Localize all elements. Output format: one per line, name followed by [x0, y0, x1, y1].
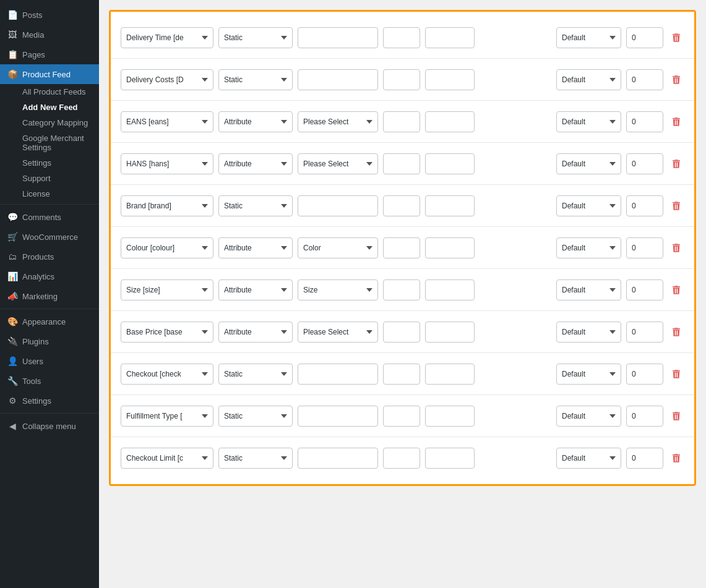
extra-input2-hans[interactable] [425, 153, 475, 174]
field-select-size[interactable]: Size [size] [121, 279, 213, 300]
number-input-delivery-costs[interactable] [626, 69, 663, 90]
field-select-delivery-costs[interactable]: Delivery Costs [D [121, 69, 213, 90]
default-select-checkout[interactable]: DefaultCustom [556, 364, 621, 385]
type-select-checkout-limit[interactable]: StaticAttributePatternFixed [218, 448, 293, 469]
sidebar-item-plugins[interactable]: 🔌 Plugins [0, 331, 99, 351]
submenu-license[interactable]: License [17, 186, 99, 202]
number-input-delivery-time[interactable] [626, 27, 663, 48]
number-input-eans[interactable] [626, 111, 663, 132]
sidebar-item-appearance[interactable]: 🎨 Appearance [0, 312, 99, 331]
delete-button-eans[interactable] [668, 114, 684, 130]
sidebar-item-collapse[interactable]: ◀ Collapse menu [0, 416, 99, 436]
extra-input1-hans[interactable] [383, 153, 420, 174]
attr-select-eans[interactable]: Please SelectColorSizeBrandSKU [298, 111, 378, 132]
static-value-input-fulfillment[interactable] [298, 406, 378, 427]
submenu-add-new-feed[interactable]: Add New Feed [17, 100, 99, 115]
field-select-delivery-time[interactable]: Delivery Time [de [121, 27, 213, 48]
sidebar-item-pages[interactable]: 📋 Pages [0, 45, 99, 64]
type-select-eans[interactable]: StaticAttributePatternFixed [218, 111, 293, 132]
delete-button-hans[interactable] [668, 156, 684, 172]
extra-input2-eans[interactable] [425, 111, 475, 132]
extra-input1-delivery-costs[interactable] [383, 69, 420, 90]
sidebar-item-woocommerce[interactable]: 🛒 WooCommerce [0, 227, 99, 247]
extra-input1-fulfillment[interactable] [383, 406, 420, 427]
extra-input1-size[interactable] [383, 279, 420, 300]
static-value-input-checkout[interactable] [298, 364, 378, 385]
default-select-colour[interactable]: DefaultCustom [556, 237, 621, 258]
default-select-delivery-time[interactable]: DefaultCustom [556, 27, 621, 48]
submenu-google-merchant[interactable]: Google Merchant Settings [17, 130, 99, 155]
number-input-size[interactable] [626, 279, 663, 300]
type-select-hans[interactable]: StaticAttributePatternFixed [218, 153, 293, 174]
sidebar-item-tools[interactable]: 🔧 Tools [0, 371, 99, 391]
delete-button-colour[interactable] [668, 240, 684, 256]
field-select-colour[interactable]: Colour [colour] [121, 237, 213, 258]
default-select-base-price[interactable]: DefaultCustom [556, 322, 621, 343]
number-input-checkout-limit[interactable] [626, 448, 663, 469]
number-input-brand[interactable] [626, 195, 663, 216]
delete-button-delivery-time[interactable] [668, 30, 684, 46]
field-select-checkout[interactable]: Checkout [check [121, 364, 213, 385]
field-select-brand[interactable]: Brand [brand] [121, 195, 213, 216]
attr-select-hans[interactable]: Please SelectColorSizeBrandSKU [298, 153, 378, 174]
sidebar-item-media[interactable]: 🖼 Media [0, 25, 99, 45]
static-value-input-brand[interactable] [298, 195, 378, 216]
extra-input2-colour[interactable] [425, 237, 475, 258]
field-select-fulfillment[interactable]: Fulfillment Type [ [121, 406, 213, 427]
extra-input2-checkout-limit[interactable] [425, 448, 475, 469]
delete-button-checkout-limit[interactable] [668, 450, 684, 466]
extra-input2-checkout[interactable] [425, 364, 475, 385]
extra-input2-delivery-time[interactable] [425, 27, 475, 48]
default-select-checkout-limit[interactable]: DefaultCustom [556, 448, 621, 469]
default-select-hans[interactable]: DefaultCustom [556, 153, 621, 174]
submenu-all-product-feeds[interactable]: All Product Feeds [17, 84, 99, 100]
delete-button-base-price[interactable] [668, 324, 684, 340]
extra-input1-eans[interactable] [383, 111, 420, 132]
type-select-brand[interactable]: StaticAttributePatternFixed [218, 195, 293, 216]
default-select-fulfillment[interactable]: DefaultCustom [556, 406, 621, 427]
field-select-base-price[interactable]: Base Price [base [121, 322, 213, 343]
extra-input2-delivery-costs[interactable] [425, 69, 475, 90]
extra-input1-checkout[interactable] [383, 364, 420, 385]
field-select-eans[interactable]: EANS [eans] [121, 111, 213, 132]
attr-select-colour[interactable]: Please SelectColorSizeBrandSKU [298, 237, 378, 258]
field-select-checkout-limit[interactable]: Checkout Limit [c [121, 448, 213, 469]
number-input-checkout[interactable] [626, 364, 663, 385]
delete-button-fulfillment[interactable] [668, 408, 684, 424]
sidebar-item-comments[interactable]: 💬 Comments [0, 207, 99, 227]
attr-select-base-price[interactable]: Please SelectColorSizeBrandSKU [298, 322, 378, 343]
type-select-checkout[interactable]: StaticAttributePatternFixed [218, 364, 293, 385]
number-input-colour[interactable] [626, 237, 663, 258]
sidebar-item-users[interactable]: 👤 Users [0, 351, 99, 371]
extra-input2-base-price[interactable] [425, 322, 475, 343]
type-select-size[interactable]: StaticAttributePatternFixed [218, 279, 293, 300]
sidebar-item-analytics[interactable]: 📊 Analytics [0, 266, 99, 286]
number-input-fulfillment[interactable] [626, 406, 663, 427]
static-value-input-delivery-costs[interactable] [298, 69, 378, 90]
extra-input2-size[interactable] [425, 279, 475, 300]
static-value-input-delivery-time[interactable] [298, 27, 378, 48]
number-input-hans[interactable] [626, 153, 663, 174]
delete-button-checkout[interactable] [668, 366, 684, 382]
extra-input1-checkout-limit[interactable] [383, 448, 420, 469]
submenu-settings[interactable]: Settings [17, 155, 99, 171]
static-value-input-checkout-limit[interactable] [298, 448, 378, 469]
extra-input2-fulfillment[interactable] [425, 406, 475, 427]
default-select-eans[interactable]: DefaultCustom [556, 111, 621, 132]
default-select-size[interactable]: DefaultCustom [556, 279, 621, 300]
type-select-base-price[interactable]: StaticAttributePatternFixed [218, 322, 293, 343]
submenu-support[interactable]: Support [17, 171, 99, 186]
default-select-delivery-costs[interactable]: DefaultCustom [556, 69, 621, 90]
sidebar-item-posts[interactable]: 📄 Posts [0, 5, 99, 25]
extra-input2-brand[interactable] [425, 195, 475, 216]
extra-input1-delivery-time[interactable] [383, 27, 420, 48]
field-select-hans[interactable]: HANS [hans] [121, 153, 213, 174]
number-input-base-price[interactable] [626, 322, 663, 343]
extra-input1-brand[interactable] [383, 195, 420, 216]
default-select-brand[interactable]: DefaultCustom [556, 195, 621, 216]
type-select-delivery-costs[interactable]: StaticAttributePatternFixed [218, 69, 293, 90]
submenu-category-mapping[interactable]: Category Mapping [17, 115, 99, 130]
extra-input1-colour[interactable] [383, 237, 420, 258]
type-select-delivery-time[interactable]: StaticAttributePatternFixed [218, 27, 293, 48]
delete-button-size[interactable] [668, 282, 684, 298]
